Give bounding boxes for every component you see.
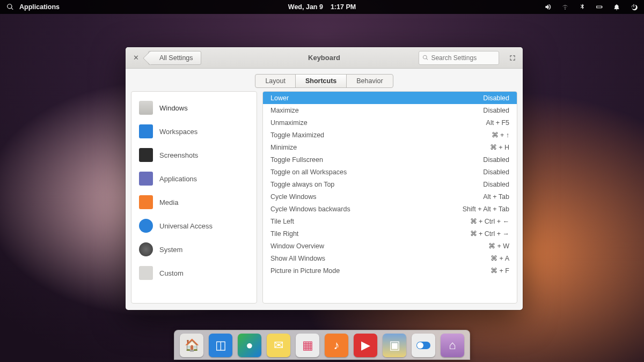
shortcut-value: ⌘ + H xyxy=(490,143,509,151)
close-button[interactable]: ✕ xyxy=(130,52,142,64)
shortcut-name: Toggle Fullscreen xyxy=(270,156,323,164)
dock-switchboard[interactable] xyxy=(412,334,435,357)
dock-calendar[interactable]: ▦ xyxy=(296,334,319,357)
shortcut-name: Window Overview xyxy=(270,242,324,250)
sidebar-item-system[interactable]: System xyxy=(134,238,254,261)
shortcut-value: ⌘ + ↑ xyxy=(492,131,510,139)
shortcut-value: Disabled xyxy=(483,156,509,164)
applications-menu[interactable]: Applications xyxy=(19,3,60,11)
top-panel: Applications Wed, Jan 9 1:17 PM xyxy=(0,0,644,14)
tab-layout[interactable]: Layout xyxy=(255,75,296,87)
shortcut-row[interactable]: Toggle FullscreenDisabled xyxy=(263,153,517,166)
panel-time[interactable]: 1:17 PM xyxy=(331,3,356,11)
shortcut-row[interactable]: Window Overview⌘ + W xyxy=(263,240,517,252)
dock-mail[interactable]: ✉ xyxy=(267,334,290,357)
dock-files[interactable]: 🏠 xyxy=(180,334,203,357)
shortcut-value: ⌘ + W xyxy=(488,242,509,250)
sidebar-item-label: Workspaces xyxy=(159,128,197,136)
shortcut-row[interactable]: Toggle always on TopDisabled xyxy=(263,178,517,190)
dock-videos[interactable]: ▶ xyxy=(354,334,377,357)
shortcut-value: Alt + Tab xyxy=(483,193,509,201)
shortcut-value: Disabled xyxy=(483,94,509,102)
panel-date[interactable]: Wed, Jan 9 xyxy=(288,3,323,11)
wifi-icon[interactable] xyxy=(561,3,569,11)
battery-icon[interactable] xyxy=(596,3,603,11)
window-title: Keyboard xyxy=(308,54,340,62)
media-icon xyxy=(139,195,153,209)
custom-icon xyxy=(139,266,153,280)
shortcut-name: Tile Left xyxy=(270,218,294,225)
sidebar-item-custom[interactable]: Custom xyxy=(134,261,254,285)
dock-multitasking[interactable]: ◫ xyxy=(209,334,232,357)
sidebar-item-label: Windows xyxy=(159,104,188,112)
shortcut-row[interactable]: MaximizeDisabled xyxy=(263,104,517,116)
category-sidebar: WindowsWorkspacesScreenshotsApplications… xyxy=(131,91,257,304)
tab-shortcuts[interactable]: Shortcuts xyxy=(296,75,347,87)
ua-icon xyxy=(139,219,153,233)
dock-browser[interactable]: ● xyxy=(238,334,261,357)
sidebar-item-applications[interactable]: Applications xyxy=(134,167,254,190)
dock-music[interactable]: ♪ xyxy=(325,334,348,357)
sidebar-item-universal-access[interactable]: Universal Access xyxy=(134,214,254,238)
shortcut-name: Cycle Windows xyxy=(270,193,316,201)
shortcut-name: Toggle Maximized xyxy=(270,131,324,139)
shortcut-row[interactable]: Tile Left⌘ + Ctrl + ← xyxy=(263,215,517,227)
shortcut-name: Picture in Picture Mode xyxy=(270,267,340,275)
search-icon[interactable] xyxy=(6,3,14,11)
sidebar-item-screenshots[interactable]: Screenshots xyxy=(134,143,254,167)
search-input[interactable] xyxy=(431,54,495,62)
shortcut-value: Alt + F5 xyxy=(486,119,509,127)
sidebar-item-label: System xyxy=(159,246,182,254)
sidebar-item-label: Media xyxy=(159,198,178,206)
tab-bar: Layout Shortcuts Behavior xyxy=(126,69,523,91)
dock-appcenter[interactable]: ⌂ xyxy=(441,334,464,357)
shortcut-list: LowerDisabledMaximizeDisabledUnmaximizeA… xyxy=(262,91,517,304)
sidebar-item-workspaces[interactable]: Workspaces xyxy=(134,120,254,143)
shortcut-row[interactable]: Minimize⌘ + H xyxy=(263,141,517,153)
tab-behavior[interactable]: Behavior xyxy=(347,75,392,87)
shortcut-row[interactable]: Show All Windows⌘ + A xyxy=(263,252,517,264)
shortcut-value: Disabled xyxy=(483,168,509,176)
sidebar-item-label: Screenshots xyxy=(159,151,198,159)
workspaces-icon xyxy=(139,124,153,138)
maximize-button[interactable] xyxy=(507,52,518,64)
shortcut-value: ⌘ + F xyxy=(491,267,509,275)
sidebar-item-label: Applications xyxy=(159,175,197,183)
settings-window: ✕ All Settings Keyboard Layout Shortcuts… xyxy=(126,47,523,310)
shortcut-value: ⌘ + Ctrl + → xyxy=(470,230,509,238)
sidebar-item-label: Custom xyxy=(159,269,184,277)
screenshots-icon xyxy=(139,148,153,162)
sidebar-item-windows[interactable]: Windows xyxy=(134,96,254,120)
search-settings[interactable] xyxy=(419,51,499,65)
shortcut-value: ⌘ + Ctrl + ← xyxy=(470,217,509,225)
volume-icon[interactable] xyxy=(544,3,552,11)
sidebar-item-media[interactable]: Media xyxy=(134,190,254,214)
shortcut-row[interactable]: Cycle Windows backwardsShift + Alt + Tab xyxy=(263,203,517,215)
dock-photos[interactable]: ▣ xyxy=(383,334,406,357)
shortcut-name: Tile Right xyxy=(270,230,298,238)
shortcut-row[interactable]: Toggle on all WorkspacesDisabled xyxy=(263,166,517,178)
search-icon xyxy=(422,54,428,61)
shortcut-row[interactable]: UnmaximizeAlt + F5 xyxy=(263,116,517,129)
shortcut-name: Cycle Windows backwards xyxy=(270,205,350,213)
shortcut-value: Disabled xyxy=(483,107,509,114)
shortcut-row[interactable]: Tile Right⌘ + Ctrl + → xyxy=(263,227,517,240)
shortcut-row[interactable]: Cycle WindowsAlt + Tab xyxy=(263,190,517,203)
notification-icon[interactable] xyxy=(613,3,620,11)
applications-icon xyxy=(139,172,153,186)
shortcut-name: Show All Windows xyxy=(270,255,325,262)
titlebar[interactable]: ✕ All Settings Keyboard xyxy=(126,47,523,69)
power-icon[interactable] xyxy=(630,3,638,11)
shortcut-name: Minimize xyxy=(270,144,297,151)
shortcut-row[interactable]: Picture in Picture Mode⌘ + F xyxy=(263,264,517,277)
back-button[interactable]: All Settings xyxy=(148,51,201,65)
shortcut-name: Lower xyxy=(270,94,289,102)
shortcut-name: Toggle on all Workspaces xyxy=(270,168,347,176)
shortcut-row[interactable]: Toggle Maximized⌘ + ↑ xyxy=(263,129,517,141)
shortcut-row[interactable]: LowerDisabled xyxy=(263,92,517,104)
shortcut-name: Unmaximize xyxy=(270,119,308,127)
windows-icon xyxy=(139,101,153,115)
shortcut-value: ⌘ + A xyxy=(491,254,509,262)
bluetooth-icon[interactable] xyxy=(579,3,586,11)
shortcut-name: Maximize xyxy=(270,107,299,114)
